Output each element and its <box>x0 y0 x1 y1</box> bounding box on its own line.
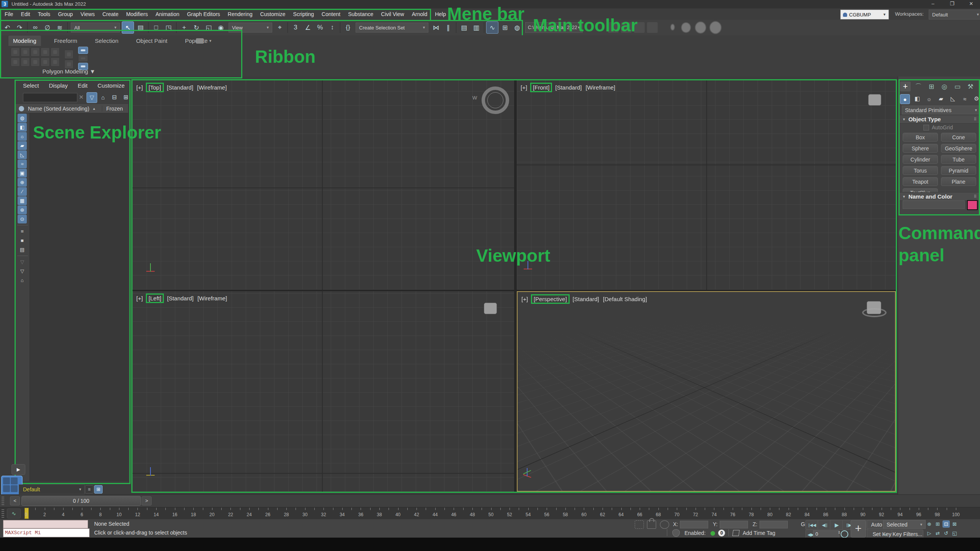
display-geometry-icon[interactable]: ◍ <box>18 114 27 122</box>
ribbon-config-dropdown[interactable]: ▼ <box>196 37 214 45</box>
primitive-category-dropdown[interactable]: Standard Primitives ▼ <box>902 106 980 114</box>
menu-scripting[interactable]: Scripting <box>289 11 318 17</box>
select-and-link-icon[interactable]: ∞ <box>29 22 41 33</box>
poly-tool-button[interactable] <box>21 57 30 67</box>
bind-to-space-warp-icon[interactable]: ≋ <box>54 22 65 33</box>
lock-cell-editing-icon[interactable]: ⌂ <box>98 92 108 102</box>
se-menu-customize[interactable]: Customize <box>98 82 125 89</box>
menu-modifiers[interactable]: Modifiers <box>122 11 152 17</box>
tab-object-paint[interactable]: Object Paint <box>131 36 172 46</box>
menu-edit[interactable]: Edit <box>17 11 34 17</box>
select-and-rotate-icon[interactable]: ↻ <box>191 22 202 33</box>
category-lights[interactable]: ☼ <box>924 94 934 103</box>
viewport-shading[interactable]: [Default Shading] <box>602 295 648 303</box>
docked-toolbar-icon[interactable] <box>647 22 658 33</box>
poly-tool-button[interactable] <box>31 57 40 67</box>
category-cameras[interactable]: ▰ <box>936 94 946 103</box>
viewport-name[interactable]: [Front] <box>530 83 552 92</box>
display-particle-systems-icon[interactable]: ▦ <box>18 196 27 205</box>
menu-group[interactable]: Group <box>54 11 77 17</box>
frozen-column-header[interactable]: Frozen <box>102 106 123 112</box>
constraint-button[interactable] <box>78 55 88 62</box>
primitive-torus-button[interactable]: Torus <box>903 166 938 175</box>
selection-lock-icon[interactable] <box>647 520 656 529</box>
filter-combination-icon[interactable]: ▽ <box>18 258 27 266</box>
primitive-pyramid-button[interactable]: Pyramid <box>941 166 976 175</box>
key-filters-button[interactable]: Key Filters... <box>892 530 923 538</box>
tab-motion[interactable]: ◎ <box>939 82 950 91</box>
container-filter-icon[interactable]: ⌂ <box>18 276 27 285</box>
category-space-warps[interactable]: ≈ <box>960 94 969 103</box>
se-menu-edit[interactable]: Edit <box>78 82 88 89</box>
constraint-button[interactable] <box>78 47 88 54</box>
menu-create[interactable]: Create <box>98 11 122 17</box>
viewport-shading[interactable]: [Wireframe] <box>196 84 228 91</box>
display-toggle-icon[interactable] <box>19 106 24 111</box>
maxscript-mini-listener-output[interactable] <box>3 520 88 528</box>
menu-tools[interactable]: Tools <box>34 11 54 17</box>
select-object-icon[interactable]: ↖ <box>122 21 134 34</box>
add-time-tag[interactable]: Add Time Tag <box>743 530 775 536</box>
drag-handle[interactable] <box>2 496 4 505</box>
viewcube[interactable] <box>482 86 509 114</box>
selection-preset-dropdown[interactable]: Default ▼ <box>19 484 85 494</box>
viewport-menu[interactable]: [+] <box>136 295 144 302</box>
z-coordinate-field[interactable] <box>760 521 788 528</box>
viewport-style[interactable]: [Standard] <box>572 295 600 303</box>
viewport-menu[interactable]: [+] <box>520 84 528 91</box>
display-lights-icon[interactable]: ☼ <box>18 132 27 141</box>
poly-tool-button[interactable] <box>51 47 60 57</box>
object-type-rollout[interactable]: ▼ Object Type ⠿ <box>899 115 980 124</box>
go-to-start-button[interactable]: |◀◀ <box>805 520 819 530</box>
percent-snap-icon[interactable]: % <box>314 22 326 33</box>
poly-tool-button[interactable] <box>41 57 50 67</box>
poly-tool-button[interactable] <box>41 47 50 57</box>
viewport-name[interactable]: [Perspective] <box>531 294 570 304</box>
isolate-selection-icon[interactable] <box>635 520 644 529</box>
viewport-shading[interactable]: [Wireframe] <box>585 84 616 91</box>
display-space-warps-icon[interactable]: ≈ <box>18 160 27 168</box>
close-button[interactable]: ✕ <box>965 0 978 8</box>
maxscript-macro-icon[interactable]: {} <box>342 22 354 33</box>
rectangular-selection-region-icon[interactable]: □ <box>150 22 162 33</box>
collapse-tree-icon[interactable]: ⊞ <box>121 92 131 102</box>
tab-display[interactable]: ▭ <box>952 82 963 91</box>
restore-button[interactable]: ❐ <box>946 0 959 8</box>
time-configuration-icon[interactable] <box>841 530 848 538</box>
polygon-modeling-label[interactable]: Polygon Modeling ▼ <box>11 68 126 75</box>
primitive-sphere-button[interactable]: Sphere <box>903 144 938 153</box>
viewport-name[interactable]: [Left] <box>146 293 164 303</box>
zoom-extents-icon[interactable]: ⊡ <box>942 520 950 528</box>
display-cameras-icon[interactable]: ▰ <box>18 141 27 150</box>
viewport-style[interactable]: [Standard] <box>166 84 194 91</box>
orbit-icon[interactable]: ↺ <box>942 530 950 537</box>
account-dropdown[interactable]: CGBUMP ▼ <box>840 10 889 20</box>
redo-icon[interactable]: ↷ <box>14 22 25 33</box>
filter-funnel-icon[interactable]: ▽ <box>87 92 97 103</box>
key-tangent-icon[interactable]: ◞◟ <box>883 530 887 536</box>
menu-animation[interactable]: Animation <box>152 11 183 17</box>
list-view-icon[interactable]: ≡ <box>85 485 93 494</box>
viewport-front[interactable]: [+] [Front] [Standard] [Wireframe] <box>517 80 896 290</box>
menu-civil-view[interactable]: Civil View <box>377 11 408 17</box>
grow-shrink-button[interactable] <box>64 60 74 69</box>
grow-shrink-button[interactable] <box>64 50 74 59</box>
drag-handle[interactable] <box>2 509 4 518</box>
menu-file[interactable]: File <box>1 11 17 17</box>
tab-modify[interactable]: ⌒ <box>913 82 924 91</box>
select-and-place-icon[interactable]: ◉ <box>215 22 227 33</box>
field-of-view-icon[interactable]: ▷ <box>926 530 933 537</box>
select-by-name-icon[interactable]: ▤ <box>135 22 146 33</box>
primitive-geosphere-button[interactable]: GeoSphere <box>941 144 976 153</box>
display-shapes-icon[interactable]: ◧ <box>18 123 27 132</box>
display-hidden-icon[interactable]: ⊙ <box>18 215 27 223</box>
scene-explorer-column-header[interactable]: Name (Sorted Ascending) ▲ Frozen <box>16 104 128 113</box>
tab-freeform[interactable]: Freeform <box>49 36 82 46</box>
primitive-box-button[interactable]: Box <box>903 133 938 142</box>
viewport-left[interactable]: [+] [Left] [Standard] [Wireframe] <box>132 291 514 492</box>
object-name-input[interactable] <box>903 201 965 209</box>
zoom-extents-all-icon[interactable]: ⊠ <box>951 520 958 528</box>
display-dependents-icon[interactable]: ■ <box>18 236 27 245</box>
viewport-top[interactable]: [+] [Top] [Standard] [Wireframe] W <box>132 80 514 290</box>
viewport-style[interactable]: [Standard] <box>554 84 582 91</box>
